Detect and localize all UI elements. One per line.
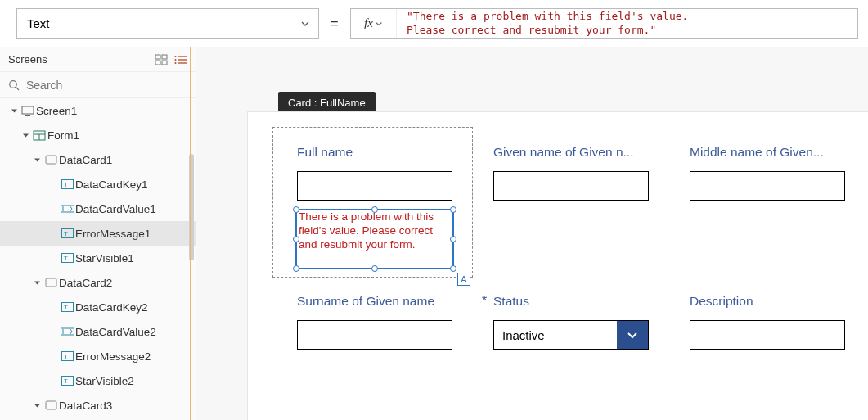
text-input[interactable] (690, 320, 845, 350)
field-label: Surname of Given name (297, 294, 452, 309)
field-label: Middle name of Given... (690, 145, 845, 160)
text-input[interactable] (297, 320, 452, 350)
inputctl-icon (59, 204, 75, 214)
svg-rect-1 (162, 55, 167, 59)
caret-icon[interactable] (8, 107, 20, 115)
tree-item-datacardvalue2[interactable]: DataCardValue2 (0, 319, 196, 344)
chevron-down-icon (300, 19, 310, 29)
textctl-icon: T (59, 376, 75, 386)
caret-icon[interactable] (31, 279, 43, 287)
svg-rect-17 (46, 156, 56, 164)
tree-item-label: DataCardValue2 (75, 326, 189, 338)
tree-item-datacardkey2[interactable]: TDataCardKey2 (0, 295, 196, 319)
svg-point-10 (10, 80, 17, 88)
field-status[interactable]: Status Inactive (493, 294, 649, 350)
caret-icon[interactable] (31, 402, 43, 409)
text-input[interactable] (297, 171, 452, 201)
svg-rect-26 (46, 278, 56, 287)
tree-view[interactable]: Screen1Form1DataCard1TDataCardKey1DataCa… (0, 98, 196, 420)
svg-text:T: T (64, 304, 68, 311)
list-view-icon[interactable] (174, 54, 187, 65)
tree-item-label: DataCard3 (59, 400, 189, 412)
formula-bar[interactable]: fx "There is a problem with this field's… (350, 8, 858, 39)
tree-item-datacard3[interactable]: DataCard3 (0, 393, 196, 418)
resize-handle-n[interactable] (371, 206, 378, 213)
field-label: Status (493, 294, 649, 309)
svg-point-9 (175, 62, 177, 64)
textctl-icon: T (59, 351, 75, 361)
svg-text:T: T (64, 377, 68, 385)
thumbnails-view-icon[interactable] (155, 54, 168, 65)
svg-rect-2 (155, 61, 160, 65)
resize-handle-s[interactable] (371, 265, 378, 272)
tree-item-datacard2[interactable]: DataCard2 (0, 270, 196, 295)
tree-item-datacardvalue1[interactable]: DataCardValue1 (0, 196, 196, 221)
accessibility-badge[interactable]: A (457, 273, 470, 286)
tree-item-form1[interactable]: Form1 (0, 123, 196, 147)
inputctl-icon (59, 327, 75, 336)
text-input[interactable] (493, 171, 649, 201)
tree-item-label: DataCardKey1 (75, 178, 189, 191)
textctl-icon: T (59, 253, 75, 263)
tree-item-label: DataCardValue1 (75, 203, 189, 215)
tree-item-label: DataCard1 (59, 154, 189, 166)
field-label: Full name (297, 145, 452, 160)
card-icon (43, 155, 59, 165)
tree-item-starvisible1[interactable]: TStarVisible1 (0, 246, 196, 270)
screen-icon (20, 106, 36, 116)
fx-label: fx (364, 16, 373, 30)
status-dropdown[interactable]: Inactive (493, 320, 649, 350)
svg-rect-35 (46, 401, 56, 409)
svg-text:T: T (64, 181, 68, 188)
card-tooltip: Card : FullName (278, 92, 376, 114)
required-star: * (482, 294, 487, 309)
errormessage-selection[interactable]: There is a problem with this field's val… (295, 209, 454, 269)
field-surname[interactable]: Surname of Given name (297, 294, 452, 350)
form-card[interactable]: Full name Given name of Given n... Middl… (247, 111, 868, 420)
tree-item-screen1[interactable]: Screen1 (0, 98, 196, 123)
field-description[interactable]: Description (690, 294, 845, 350)
tree-item-datacard1[interactable]: DataCard1 (0, 147, 196, 172)
text-input[interactable] (690, 171, 845, 201)
svg-text:T: T (64, 255, 68, 262)
card-icon (43, 278, 59, 287)
resize-handle-se[interactable] (450, 265, 456, 272)
textctl-icon: T (59, 302, 75, 312)
field-given[interactable]: Given name of Given n... (493, 145, 649, 201)
tree-panel-title: Screens (8, 53, 148, 65)
tree-item-label: DataCardKey2 (75, 301, 189, 314)
status-value: Inactive (494, 321, 617, 349)
chevron-down-icon (375, 20, 383, 28)
equals-label: = (327, 16, 342, 31)
panel-resize-handle[interactable] (190, 47, 191, 420)
tree-item-label: Screen1 (36, 105, 189, 117)
svg-point-8 (175, 59, 177, 61)
resize-handle-nw[interactable] (293, 206, 299, 213)
tree-item-errormessage1[interactable]: TErrorMessage1 (0, 221, 196, 246)
caret-icon[interactable] (31, 156, 43, 164)
chevron-down-icon[interactable] (617, 321, 648, 349)
resize-handle-w[interactable] (293, 236, 299, 242)
field-label: Given name of Given n... (493, 145, 649, 160)
search-input[interactable] (26, 79, 187, 92)
resize-handle-e[interactable] (450, 236, 456, 242)
fx-button[interactable]: fx (351, 9, 397, 38)
svg-rect-12 (22, 106, 34, 114)
tree-item-datacardkey1[interactable]: TDataCardKey1 (0, 172, 196, 196)
resize-handle-sw[interactable] (293, 265, 299, 272)
property-dropdown[interactable]: Text (16, 8, 319, 39)
textctl-icon: T (59, 228, 75, 238)
tree-item-starvisible2[interactable]: TStarVisible2 (0, 368, 196, 393)
svg-rect-0 (155, 55, 160, 59)
card-icon (43, 400, 59, 410)
resize-handle-ne[interactable] (450, 206, 456, 213)
field-middle[interactable]: Middle name of Given... (690, 145, 845, 201)
caret-icon[interactable] (20, 132, 31, 139)
formula-text[interactable]: "There is a problem with this field's va… (397, 7, 857, 40)
field-fullname[interactable]: Full name (297, 145, 452, 201)
field-label: Description (690, 294, 845, 309)
svg-line-11 (16, 87, 19, 90)
tree-item-errormessage2[interactable]: TErrorMessage2 (0, 344, 196, 368)
tree-item-label: StarVisible2 (75, 375, 189, 387)
canvas[interactable]: Card : FullName Full name Given name of … (196, 47, 868, 420)
